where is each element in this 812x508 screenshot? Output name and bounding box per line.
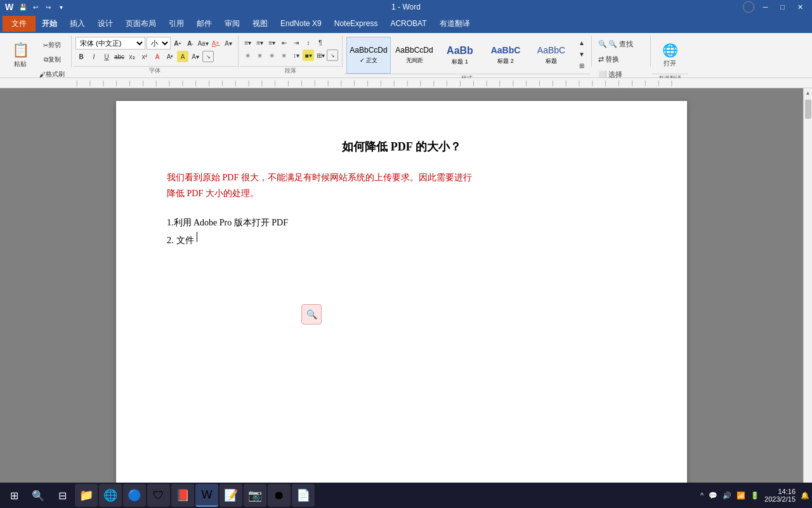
- paste-button[interactable]: 📋 粘贴: [5, 37, 36, 74]
- style-no-spacing[interactable]: AaBbCcDd 无间距: [392, 37, 436, 74]
- document-page-area[interactable]: 如何降低 PDF 的大小？ 我们看到原始 PDF 很大，不能满足有时候网站系统的…: [0, 88, 803, 507]
- underline-button[interactable]: U: [101, 51, 112, 62]
- numbering-button[interactable]: ≡▾: [254, 37, 266, 48]
- quick-undo-btn[interactable]: ↩: [30, 1, 41, 13]
- strikethrough-button[interactable]: abc: [114, 51, 125, 62]
- taskbar-chrome[interactable]: 🔵: [123, 484, 146, 507]
- style-normal[interactable]: AaBbCcDd ✓ 正文: [346, 37, 391, 74]
- show-paragraph-button[interactable]: ¶: [315, 37, 326, 48]
- menu-insert[interactable]: 插入: [63, 16, 91, 32]
- multilevel-list-button[interactable]: ≡▾: [266, 37, 278, 48]
- change-case-button[interactable]: Aa▾: [197, 37, 209, 49]
- superscript-button[interactable]: x²: [139, 51, 150, 62]
- minimize-button[interactable]: ─: [759, 3, 772, 11]
- menu-mailings[interactable]: 邮件: [190, 16, 218, 32]
- menu-review[interactable]: 审阅: [218, 16, 246, 32]
- replace-button[interactable]: ⇄ 替换: [596, 52, 646, 66]
- decrease-font-button[interactable]: A-: [185, 37, 196, 49]
- borders-button[interactable]: ⊞▾: [315, 50, 326, 61]
- taskbar-network[interactable]: 📶: [737, 491, 745, 500]
- menu-file[interactable]: 文件: [3, 16, 36, 32]
- copy-button[interactable]: ⧉ 复制: [37, 53, 67, 67]
- indent-more-button[interactable]: ⇥: [291, 37, 302, 48]
- bold-button[interactable]: B: [75, 51, 87, 62]
- document-container: 如何降低 PDF 的大小？ 我们看到原始 PDF 很大，不能满足有时候网站系统的…: [0, 88, 812, 507]
- menu-acrobat[interactable]: ACROBAT: [384, 17, 433, 30]
- indent-less-button[interactable]: ⇤: [278, 37, 290, 48]
- close-button[interactable]: ✕: [794, 3, 807, 11]
- taskbar-word[interactable]: W: [195, 484, 218, 507]
- vertical-scrollbar[interactable]: ▲ ▼: [803, 88, 812, 507]
- menu-view[interactable]: 视图: [246, 16, 274, 32]
- quick-redo-btn[interactable]: ↪: [43, 1, 54, 13]
- paste-label: 粘贴: [14, 60, 27, 69]
- line-spacing-button[interactable]: ↕▾: [291, 50, 302, 61]
- italic-button[interactable]: I: [88, 51, 100, 62]
- autocomplete-popup[interactable]: 🔍: [301, 304, 322, 324]
- document-page[interactable]: 如何降低 PDF 的大小？ 我们看到原始 PDF 很大，不能满足有时候网站系统的…: [116, 101, 687, 495]
- menu-home[interactable]: 开始: [36, 16, 63, 32]
- open-translate-button[interactable]: 🌐 打开: [655, 37, 685, 74]
- taskbar-reader[interactable]: 📕: [171, 484, 194, 507]
- search-button[interactable]: 🔍: [27, 484, 49, 507]
- task-view-button[interactable]: ⊟: [51, 484, 74, 507]
- style-heading2[interactable]: AaBbC 标题 2: [483, 37, 528, 74]
- restore-button[interactable]: □: [776, 3, 789, 11]
- style-scroll-down[interactable]: ▼: [576, 48, 587, 60]
- font-size-select[interactable]: 小四: [147, 37, 171, 50]
- taskbar-explorer[interactable]: 📁: [75, 484, 98, 507]
- border-button[interactable]: A▾: [190, 51, 201, 62]
- highlight-button[interactable]: A: [177, 51, 188, 62]
- quick-save-btn[interactable]: 💾: [17, 1, 29, 13]
- taskbar-acrobat[interactable]: 📄: [292, 484, 315, 507]
- taskbar-record[interactable]: ⏺: [268, 484, 291, 507]
- taskbar-notepad[interactable]: 📝: [219, 484, 242, 507]
- start-button[interactable]: ⊞: [3, 484, 25, 507]
- menu-design[interactable]: 设计: [91, 16, 119, 32]
- quick-more-btn[interactable]: ▾: [55, 1, 67, 13]
- text-effect-button[interactable]: A▾: [164, 51, 176, 62]
- justify-button[interactable]: ≡: [278, 50, 290, 61]
- style-scroll-up[interactable]: ▲: [576, 37, 587, 48]
- taskbar-battery[interactable]: 🔋: [750, 491, 759, 500]
- window-title: 1 - Word: [391, 3, 421, 11]
- align-left-button[interactable]: ≡: [242, 50, 254, 61]
- clear-format-button[interactable]: A✕: [210, 37, 221, 49]
- bullets-button[interactable]: ≡▾: [242, 37, 254, 48]
- taskbar-chevron[interactable]: ^: [700, 491, 704, 499]
- font-color-button[interactable]: A: [152, 51, 163, 62]
- shading-button[interactable]: ■▾: [303, 50, 314, 61]
- taskbar-defender[interactable]: 🛡: [147, 484, 170, 507]
- font-settings-btn[interactable]: ↘: [202, 51, 214, 62]
- taskbar-notification[interactable]: 🔔: [801, 491, 809, 500]
- menu-noteexpress[interactable]: NoteExpress: [328, 17, 384, 30]
- menu-translate[interactable]: 有道翻译: [433, 16, 476, 32]
- taskbar-clock[interactable]: 14:16 2023/2/15: [764, 488, 796, 503]
- help-button[interactable]: ?: [743, 1, 754, 13]
- document-list: 1.利用 Adobe Pro 版本打开 PDF 2. 文件: [167, 214, 636, 250]
- style-title[interactable]: AaBbC 标题: [529, 37, 573, 74]
- font-name-select[interactable]: 宋体 (中文正): [75, 37, 145, 50]
- find-button[interactable]: 🔍 🔍 查找: [596, 37, 646, 51]
- menu-references[interactable]: 引用: [162, 16, 190, 32]
- taskbar-edge[interactable]: 🌐: [99, 484, 122, 507]
- align-right-button[interactable]: ≡: [266, 50, 278, 61]
- taskbar-chat[interactable]: 💬: [709, 491, 717, 500]
- increase-font-button[interactable]: A+: [172, 37, 183, 49]
- style-expand[interactable]: ⊞: [576, 60, 587, 71]
- sort-button[interactable]: ↕: [303, 37, 314, 48]
- cut-button[interactable]: ✂ 剪切: [37, 38, 67, 52]
- scroll-up-arrow[interactable]: ▲: [804, 88, 813, 97]
- menu-layout[interactable]: 页面布局: [119, 16, 162, 32]
- replace-icon: ⇄: [598, 55, 604, 64]
- subscript-button[interactable]: x₂: [126, 51, 138, 62]
- taskbar-photos[interactable]: 📷: [244, 484, 266, 507]
- taskbar-volume[interactable]: 🔊: [723, 491, 731, 500]
- text-highlight-button[interactable]: A▾: [223, 37, 234, 49]
- scroll-thumb[interactable]: [805, 100, 811, 119]
- style-normal-preview: AaBbCcDd: [350, 46, 387, 55]
- style-heading1[interactable]: AaBb 标题 1: [438, 37, 482, 74]
- para-settings-btn[interactable]: ↘: [327, 50, 338, 61]
- align-center-button[interactable]: ≡: [254, 50, 266, 61]
- menu-endnote[interactable]: EndNote X9: [274, 17, 328, 30]
